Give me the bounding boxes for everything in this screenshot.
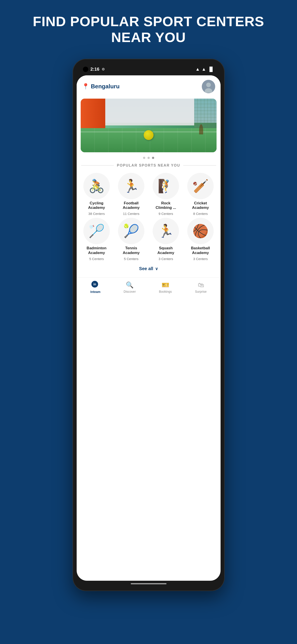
wifi-icon: ▲ — [196, 67, 200, 72]
battery-icon: ▐▌ — [208, 67, 214, 72]
tennis-name: Tennis Academy — [123, 246, 140, 255]
promo-banner[interactable] — [81, 98, 217, 152]
nav-label-discover: Discover — [124, 290, 136, 294]
camera-dot — [83, 67, 88, 72]
section-header: POPULAR SPORTS NEAR YOU — [81, 164, 216, 168]
basketball-icon: 🏀 — [192, 224, 209, 238]
location-city: Bengaluru — [91, 83, 120, 90]
see-all-button[interactable]: See all ∨ — [77, 266, 221, 271]
banner-dot-3 — [152, 157, 154, 159]
status-left: 2:16 ⚙ — [83, 67, 105, 72]
sport-item-squash[interactable]: 🏃 Squash Academy 3 Centers — [150, 218, 182, 261]
home-bar — [131, 583, 167, 584]
nav-item-discover[interactable]: 🔍 Discover — [124, 281, 136, 294]
sport-item-basketball[interactable]: 🏀 Basketball Academy 3 Centers — [184, 218, 217, 261]
tennis-ball — [144, 130, 154, 140]
status-icons: ▲ ▲ ▐▌ — [196, 67, 214, 72]
cycling-centers: 38 Centers — [88, 212, 105, 216]
sport-circle-rock-climbing: 🧗 — [153, 173, 179, 199]
banner-dot-2 — [147, 157, 150, 159]
location-pin-icon: 📍 — [82, 83, 89, 90]
sport-circle-tennis: 🎾 — [118, 218, 144, 244]
app-content: 📍 Bengaluru — [77, 75, 221, 298]
basketball-centers: 3 Centers — [193, 257, 208, 261]
squash-centers: 3 Centers — [158, 257, 173, 261]
page-headline: FIND POPULAR SPORT CENTERS NEAR YOU — [0, 14, 297, 46]
sport-item-rock-climbing[interactable]: 🧗 Rock Climbing ... 9 Centers — [150, 173, 182, 216]
nav-item-bookings[interactable]: 🎫 Bookings — [159, 281, 172, 294]
bookings-icon: 🎫 — [162, 281, 169, 289]
sport-item-cycling[interactable]: 🚴 Cycling Academy 38 Centers — [80, 173, 113, 216]
badminton-centers: 5 Centers — [89, 257, 104, 261]
football-name: Football Academy — [123, 201, 140, 210]
discover-icon: 🔍 — [126, 281, 134, 289]
app-header: 📍 Bengaluru — [77, 75, 221, 97]
phone-frame: 2:16 ⚙ ▲ ▲ ▐▌ 📍 Bengaluru — [73, 59, 225, 591]
nav-label-bookings: Bookings — [159, 290, 172, 294]
cricket-centers: 8 Centers — [193, 212, 208, 216]
rock-climbing-icon: 🧗 — [158, 178, 174, 194]
sport-circle-squash: 🏃 — [153, 218, 179, 244]
sport-item-tennis[interactable]: 🎾 Tennis Academy 5 Centers — [115, 218, 148, 261]
sport-item-badminton[interactable]: 🏸 Badminton Academy 5 Centers — [80, 218, 113, 261]
user-avatar[interactable] — [202, 80, 215, 93]
sport-item-cricket[interactable]: 🏏 Cricket Academy 8 Centers — [184, 173, 217, 216]
inteam-nav-icon: in — [91, 281, 99, 289]
section-line-left — [81, 165, 114, 166]
nav-label-inteam: Inteam — [90, 290, 100, 294]
surprise-icon: 🛍 — [198, 281, 204, 289]
squash-icon: 🏃 — [158, 224, 174, 238]
badminton-name: Badminton Academy — [87, 246, 107, 255]
football-centers: 11 Centers — [123, 212, 139, 216]
status-bar: 2:16 ⚙ ▲ ▲ ▐▌ — [77, 63, 221, 75]
tennis-centers: 5 Centers — [124, 257, 138, 261]
squash-name: Squash Academy — [157, 246, 174, 255]
sport-circle-basketball: 🏀 — [187, 218, 214, 244]
rock-climbing-name: Rock Climbing ... — [156, 201, 176, 210]
svg-point-1 — [206, 82, 211, 87]
settings-icon: ⚙ — [102, 67, 105, 71]
player-silhouette — [199, 124, 203, 134]
sport-circle-cricket: 🏏 — [187, 173, 214, 199]
badminton-icon: 🏸 — [88, 224, 105, 238]
status-time: 2:16 — [90, 67, 99, 72]
sport-circle-football: 🏃 — [118, 173, 144, 199]
cricket-icon: 🏏 — [192, 178, 209, 194]
rock-climbing-centers: 9 Centers — [158, 212, 173, 216]
section-line-right — [183, 165, 216, 166]
phone-screen: 📍 Bengaluru — [77, 75, 221, 581]
basketball-name: Basketball Academy — [191, 246, 210, 255]
nav-item-inteam[interactable]: in Inteam — [90, 281, 100, 294]
football-icon: 🏃 — [123, 178, 139, 194]
cycling-name: Cycling Academy — [88, 201, 105, 210]
signal-icon: ▲ — [202, 67, 206, 72]
tennis-icon: 🎾 — [123, 224, 139, 238]
home-indicator — [77, 581, 221, 587]
sports-grid: 🚴 Cycling Academy 38 Centers 🏃 Football … — [77, 173, 221, 261]
cricket-name: Cricket Academy — [192, 201, 209, 210]
nav-label-surprise: Surprise — [195, 290, 207, 294]
sport-circle-cycling: 🚴 — [83, 173, 110, 199]
cycling-icon: 🚴 — [88, 178, 105, 194]
nav-item-surprise[interactable]: 🛍 Surprise — [195, 281, 207, 294]
sport-circle-badminton: 🏸 — [83, 218, 110, 244]
see-all-label: See all — [139, 266, 153, 271]
chevron-down-icon: ∨ — [155, 266, 158, 271]
banner-dots — [77, 157, 221, 159]
sport-item-football[interactable]: 🏃 Football Academy 11 Centers — [115, 173, 148, 216]
location-label[interactable]: 📍 Bengaluru — [82, 83, 120, 90]
inteam-logo-text: in — [93, 282, 96, 286]
section-title: POPULAR SPORTS NEAR YOU — [117, 164, 180, 168]
banner-dot-1 — [143, 157, 145, 159]
bottom-nav: in Inteam 🔍 Discover 🎫 Bookings — [77, 278, 221, 298]
